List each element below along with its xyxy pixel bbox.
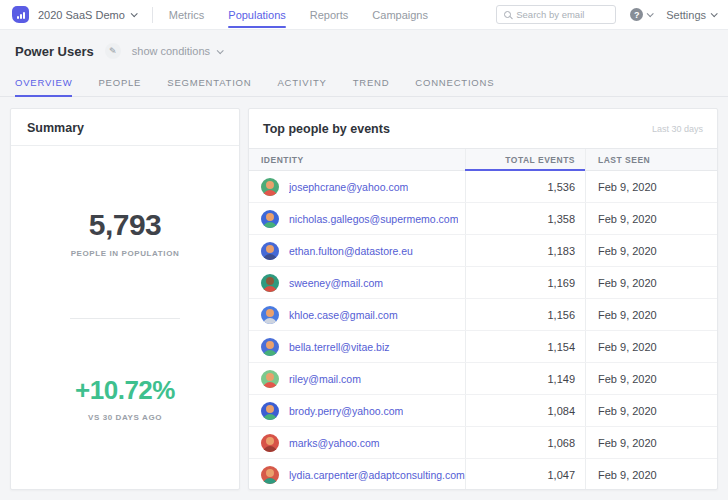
avatar-head	[266, 277, 274, 285]
total-events-value: 1,068	[465, 427, 585, 458]
last-seen-value: Feb 9, 2020	[585, 171, 717, 202]
section-tab[interactable]: CONNECTIONS	[415, 77, 494, 96]
section-tab[interactable]: OVERVIEW	[15, 77, 72, 96]
workspace-name: 2020 SaaS Demo	[38, 9, 125, 21]
total-events-value: 1,149	[465, 363, 585, 394]
table-row: marks@yahoo.com 1,068 Feb 9, 2020	[249, 427, 717, 459]
identity-email-link[interactable]: brody.perry@yahoo.com	[289, 405, 403, 417]
show-conditions-label: show conditions	[132, 45, 210, 57]
chevron-down-icon	[647, 10, 654, 17]
identity-email-link[interactable]: khloe.case@gmail.com	[289, 309, 398, 321]
chevron-down-icon	[711, 10, 718, 17]
avatar-torso	[263, 446, 277, 452]
search-icon	[504, 11, 511, 18]
identity-email-link[interactable]: josephcrane@yahoo.com	[289, 181, 408, 193]
user-avatar	[261, 338, 279, 356]
identity-email-link[interactable]: bella.terrell@vitae.biz	[289, 341, 390, 353]
total-events-value: 1,358	[465, 203, 585, 234]
total-events-value: 1,536	[465, 171, 585, 202]
table-row: nicholas.gallegos@supermemo.com 1,358 Fe…	[249, 203, 717, 235]
avatar-head	[266, 213, 274, 221]
show-conditions-toggle[interactable]: show conditions	[132, 45, 222, 57]
table-row: riley@mail.com 1,149 Feb 9, 2020	[249, 363, 717, 395]
total-events-value: 1,084	[465, 395, 585, 426]
total-events-value: 1,183	[465, 235, 585, 266]
last-seen-value: Feb 9, 2020	[585, 395, 717, 426]
section-tab[interactable]: SEGMENTATION	[167, 77, 251, 96]
top-people-card: Top people by events Last 30 days IDENTI…	[248, 108, 718, 490]
identity-email-link[interactable]: sweeney@mail.com	[289, 277, 383, 289]
section-tab[interactable]: TREND	[353, 77, 390, 96]
identity-email-link[interactable]: ethan.fulton@datastore.eu	[289, 245, 413, 257]
user-avatar	[261, 274, 279, 292]
app-logo-bar-chart-icon[interactable]	[12, 6, 29, 23]
identity-cell: ethan.fulton@datastore.eu	[249, 235, 465, 266]
identity-email-link[interactable]: nicholas.gallegos@supermemo.com	[289, 213, 458, 225]
search-input[interactable]	[516, 9, 608, 20]
top-people-title: Top people by events	[263, 122, 390, 136]
table-row: josephcrane@yahoo.com 1,536 Feb 9, 2020	[249, 171, 717, 203]
help-icon: ?	[630, 8, 643, 21]
help-menu[interactable]: ?	[630, 8, 652, 21]
avatar-torso	[263, 350, 277, 356]
last-seen-value: Feb 9, 2020	[585, 299, 717, 330]
topnav-item[interactable]: Reports	[310, 0, 349, 29]
last-seen-value: Feb 9, 2020	[585, 331, 717, 362]
population-title: Power Users	[15, 44, 94, 59]
summary-card: Summary 5,793 PEOPLE IN POPULATION +10.7…	[10, 108, 240, 490]
identity-email-link[interactable]: lydia.carpenter@adaptconsulting.com	[289, 469, 465, 481]
topnav-item[interactable]: Campaigns	[372, 0, 428, 29]
topbar-right: ? Settings	[496, 5, 716, 24]
table-row: brody.perry@yahoo.com 1,084 Feb 9, 2020	[249, 395, 717, 427]
change-label: VS 30 DAYS AGO	[75, 413, 175, 422]
topnav-item[interactable]: Populations	[228, 0, 286, 29]
last-seen-value: Feb 9, 2020	[585, 363, 717, 394]
date-range-label: Last 30 days	[652, 124, 703, 134]
section-tab[interactable]: ACTIVITY	[277, 77, 326, 96]
topnav-item[interactable]: Metrics	[169, 0, 204, 29]
avatar-torso	[263, 382, 277, 388]
identity-email-link[interactable]: riley@mail.com	[289, 373, 361, 385]
user-avatar	[261, 306, 279, 324]
avatar-torso	[263, 190, 277, 196]
user-avatar	[261, 178, 279, 196]
column-header-last-seen[interactable]: LAST SEEN	[585, 149, 717, 170]
avatar-head	[266, 437, 274, 445]
population-header: Power Users ✎ show conditions	[0, 30, 728, 68]
identity-cell: khloe.case@gmail.com	[249, 299, 465, 330]
main-content: Summary 5,793 PEOPLE IN POPULATION +10.7…	[0, 97, 728, 500]
user-avatar	[261, 210, 279, 228]
user-avatar	[261, 242, 279, 260]
table-row: lydia.carpenter@adaptconsulting.com 1,04…	[249, 459, 717, 490]
avatar-head	[266, 341, 274, 349]
avatar-head	[266, 373, 274, 381]
user-avatar	[261, 370, 279, 388]
avatar-torso	[263, 414, 277, 420]
column-header-total-events[interactable]: TOTAL EVENTS	[465, 149, 585, 170]
avatar-torso	[263, 222, 277, 228]
workspace-switcher[interactable]: 2020 SaaS Demo	[38, 9, 136, 21]
top-navigation: MetricsPopulationsReportsCampaigns	[169, 0, 428, 29]
summary-title: Summary	[27, 121, 84, 135]
table-row: ethan.fulton@datastore.eu 1,183 Feb 9, 2…	[249, 235, 717, 267]
total-events-value: 1,169	[465, 267, 585, 298]
column-header-identity[interactable]: IDENTITY	[249, 149, 465, 170]
population-stat: 5,793 PEOPLE IN POPULATION	[71, 208, 180, 258]
avatar-torso	[263, 318, 277, 324]
edit-pencil-icon[interactable]: ✎	[105, 43, 121, 59]
settings-menu[interactable]: Settings	[666, 9, 716, 21]
table-body: josephcrane@yahoo.com 1,536 Feb 9, 2020 …	[249, 171, 717, 490]
change-stat: +10.72% VS 30 DAYS AGO	[75, 375, 175, 422]
identity-email-link[interactable]: marks@yahoo.com	[289, 437, 380, 449]
search-box[interactable]	[496, 5, 616, 24]
section-tab[interactable]: PEOPLE	[98, 77, 141, 96]
population-value: 5,793	[71, 208, 180, 242]
identity-cell: marks@yahoo.com	[249, 427, 465, 458]
settings-label: Settings	[666, 9, 706, 21]
last-seen-value: Feb 9, 2020	[585, 203, 717, 234]
table-row: khloe.case@gmail.com 1,156 Feb 9, 2020	[249, 299, 717, 331]
identity-cell: riley@mail.com	[249, 363, 465, 394]
last-seen-value: Feb 9, 2020	[585, 427, 717, 458]
top-people-header: Top people by events Last 30 days	[249, 109, 717, 148]
total-events-value: 1,156	[465, 299, 585, 330]
